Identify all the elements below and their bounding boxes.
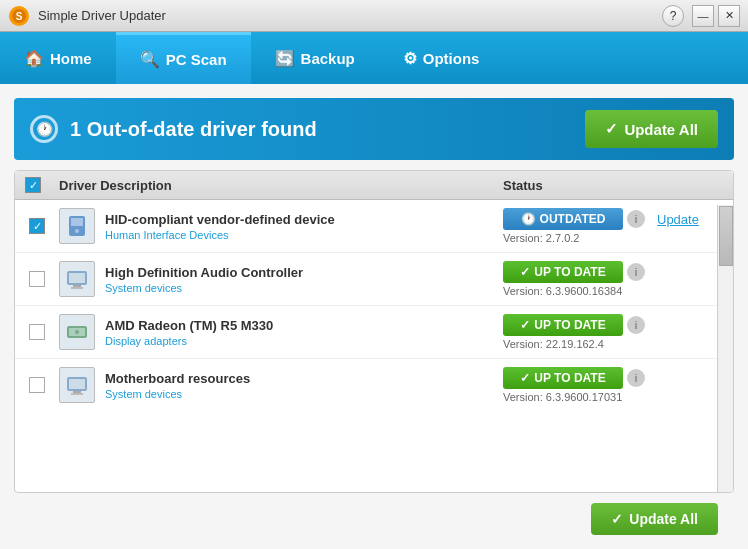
header-checkbox-cell: ✓ bbox=[25, 177, 49, 193]
table-row: Motherboard resources System devices ✓ U… bbox=[15, 359, 733, 411]
backup-icon: 🔄 bbox=[275, 49, 295, 68]
uptodate-icon4: ✓ bbox=[520, 371, 530, 385]
svg-rect-8 bbox=[73, 285, 81, 287]
svg-point-12 bbox=[75, 330, 79, 334]
main-content: 🕐 1 Out-of-date driver found ✓ Update Al… bbox=[0, 84, 748, 549]
row1-update-link[interactable]: Update bbox=[657, 212, 699, 227]
row1-category: Human Interface Devices bbox=[105, 229, 493, 241]
update-all-label: Update All bbox=[624, 121, 698, 138]
row3-status-area: ✓ UP TO DATE i Version: 22.19.162.4 bbox=[503, 314, 723, 350]
row4-checkbox-cell bbox=[25, 377, 49, 393]
row1-status-row: 🕐 OUTDATED i Update bbox=[503, 208, 723, 230]
row3-name: AMD Radeon (TM) R5 M330 bbox=[105, 318, 493, 333]
row2-status-area: ✓ UP TO DATE i Version: 6.3.9600.16384 bbox=[503, 261, 723, 297]
bottom-update-all-button[interactable]: ✓ Update All bbox=[591, 503, 718, 535]
row2-info-icon[interactable]: i bbox=[627, 263, 645, 281]
row1-status-area: 🕐 OUTDATED i Update Version: 2.7.0.2 bbox=[503, 208, 723, 244]
header-checkbox[interactable]: ✓ bbox=[25, 177, 41, 193]
table-header: ✓ Driver Description Status bbox=[15, 171, 733, 200]
row4-name: Motherboard resources bbox=[105, 371, 493, 386]
nav-pcscan-label: PC Scan bbox=[166, 51, 227, 68]
row1-checkbox[interactable]: ✓ bbox=[29, 218, 45, 234]
row4-status-badge: ✓ UP TO DATE bbox=[503, 367, 623, 389]
window-controls: — ✕ bbox=[692, 5, 740, 27]
nav-options-label: Options bbox=[423, 50, 480, 67]
row3-info-icon[interactable]: i bbox=[627, 316, 645, 334]
driver-rows: ✓ HID-compliant vendor-defined device Hu… bbox=[15, 200, 733, 411]
uptodate-icon2: ✓ bbox=[520, 265, 530, 279]
row2-status-label: UP TO DATE bbox=[534, 265, 605, 279]
window-title: Simple Driver Updater bbox=[38, 8, 662, 23]
bottom-update-all-label: Update All bbox=[629, 511, 698, 527]
row2-status-badge: ✓ UP TO DATE bbox=[503, 261, 623, 283]
row1-icon bbox=[59, 208, 95, 244]
svg-rect-14 bbox=[69, 379, 85, 389]
row4-info: Motherboard resources System devices bbox=[105, 371, 493, 400]
options-icon: ⚙ bbox=[403, 49, 417, 68]
row3-status-badge: ✓ UP TO DATE bbox=[503, 314, 623, 336]
row3-checkbox[interactable] bbox=[29, 324, 45, 340]
app-logo: S bbox=[8, 5, 30, 27]
row4-info-icon[interactable]: i bbox=[627, 369, 645, 387]
nav-bar: 🏠 Home 🔍 PC Scan 🔄 Backup ⚙ Options bbox=[0, 32, 748, 84]
svg-rect-16 bbox=[71, 393, 83, 395]
svg-rect-15 bbox=[73, 391, 81, 393]
bottom-bar: ✓ Update All bbox=[14, 503, 734, 535]
row1-status-label: OUTDATED bbox=[540, 212, 606, 226]
scrollbar-thumb[interactable] bbox=[719, 206, 733, 266]
row4-version: Version: 6.3.9600.17031 bbox=[503, 391, 723, 403]
svg-text:S: S bbox=[16, 11, 23, 22]
row3-category: Display adapters bbox=[105, 335, 493, 347]
row1-info: HID-compliant vendor-defined device Huma… bbox=[105, 212, 493, 241]
row3-version: Version: 22.19.162.4 bbox=[503, 338, 723, 350]
row1-info-icon[interactable]: i bbox=[627, 210, 645, 228]
table-row: AMD Radeon (TM) R5 M330 Display adapters… bbox=[15, 306, 733, 359]
uptodate-icon3: ✓ bbox=[520, 318, 530, 332]
nav-backup[interactable]: 🔄 Backup bbox=[251, 32, 379, 84]
update-all-button[interactable]: ✓ Update All bbox=[585, 110, 718, 148]
table-row: ✓ HID-compliant vendor-defined device Hu… bbox=[15, 200, 733, 253]
svg-rect-9 bbox=[71, 287, 83, 289]
svg-rect-7 bbox=[69, 273, 85, 283]
header-banner: 🕐 1 Out-of-date driver found ✓ Update Al… bbox=[14, 98, 734, 160]
help-button[interactable]: ? bbox=[662, 5, 684, 27]
minimize-button[interactable]: — bbox=[692, 5, 714, 27]
row3-checkbox-cell bbox=[25, 324, 49, 340]
banner-text: 1 Out-of-date driver found bbox=[70, 118, 317, 141]
row3-status-label: UP TO DATE bbox=[534, 318, 605, 332]
row3-info: AMD Radeon (TM) R5 M330 Display adapters bbox=[105, 318, 493, 347]
pcscan-icon: 🔍 bbox=[140, 50, 160, 69]
row4-checkbox[interactable] bbox=[29, 377, 45, 393]
row1-status-badge: 🕐 OUTDATED bbox=[503, 208, 623, 230]
clock-icon: 🕐 bbox=[30, 115, 58, 143]
row4-icon bbox=[59, 367, 95, 403]
title-bar: S Simple Driver Updater ? — ✕ bbox=[0, 0, 748, 32]
driver-table: ✓ Driver Description Status ✓ HID-compli… bbox=[14, 170, 734, 493]
nav-options[interactable]: ⚙ Options bbox=[379, 32, 504, 84]
row3-icon bbox=[59, 314, 95, 350]
row1-name: HID-compliant vendor-defined device bbox=[105, 212, 493, 227]
nav-home-label: Home bbox=[50, 50, 92, 67]
row2-icon bbox=[59, 261, 95, 297]
row4-status-row: ✓ UP TO DATE i bbox=[503, 367, 723, 389]
row2-category: System devices bbox=[105, 282, 493, 294]
row1-version: Version: 2.7.0.2 bbox=[503, 232, 723, 244]
close-button[interactable]: ✕ bbox=[718, 5, 740, 27]
row2-status-row: ✓ UP TO DATE i bbox=[503, 261, 723, 283]
banner-left: 🕐 1 Out-of-date driver found bbox=[30, 115, 317, 143]
update-all-checkmark: ✓ bbox=[605, 120, 618, 138]
home-icon: 🏠 bbox=[24, 49, 44, 68]
nav-pcscan[interactable]: 🔍 PC Scan bbox=[116, 32, 251, 84]
row4-category: System devices bbox=[105, 388, 493, 400]
row2-checkbox[interactable] bbox=[29, 271, 45, 287]
nav-home[interactable]: 🏠 Home bbox=[0, 32, 116, 84]
row2-info: High Definition Audio Controller System … bbox=[105, 265, 493, 294]
scrollbar-track[interactable] bbox=[717, 205, 733, 492]
svg-point-5 bbox=[75, 229, 79, 233]
row3-status-row: ✓ UP TO DATE i bbox=[503, 314, 723, 336]
col-description-header: Driver Description bbox=[59, 178, 493, 193]
row4-status-label: UP TO DATE bbox=[534, 371, 605, 385]
row4-status-area: ✓ UP TO DATE i Version: 6.3.9600.17031 bbox=[503, 367, 723, 403]
row2-checkbox-cell bbox=[25, 271, 49, 287]
col-status-header: Status bbox=[503, 178, 723, 193]
